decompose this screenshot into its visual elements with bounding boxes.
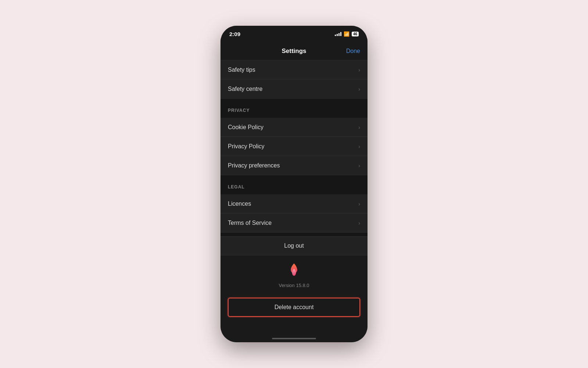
signal-icon	[335, 32, 341, 36]
safety-tips-item[interactable]: Safety tips ›	[220, 60, 368, 79]
legal-header-text: LEGAL	[228, 184, 245, 190]
privacy-preferences-label: Privacy preferences	[228, 162, 280, 169]
spacer-3	[220, 233, 368, 236]
page-title: Settings	[282, 47, 306, 55]
settings-content: Safety tips › Safety centre › PRIVACY Co…	[220, 60, 368, 342]
licences-item[interactable]: Licences ›	[220, 194, 368, 213]
battery-indicator: 46	[352, 32, 359, 36]
spacer-1	[220, 99, 368, 102]
version-text: Version 15.8.0	[279, 283, 309, 288]
status-time: 2:09	[229, 31, 240, 37]
done-button[interactable]: Done	[346, 48, 360, 54]
legal-section-header: LEGAL	[220, 179, 368, 194]
chevron-right-icon: ›	[358, 86, 360, 92]
licences-label: Licences	[228, 201, 251, 207]
tinder-flame-icon	[287, 263, 301, 279]
privacy-section-header: PRIVACY	[220, 102, 368, 118]
chevron-right-icon: ›	[358, 144, 360, 149]
chevron-right-icon: ›	[358, 163, 360, 169]
spacer-2	[220, 175, 368, 179]
terms-of-service-label: Terms of Service	[228, 220, 272, 226]
terms-of-service-item[interactable]: Terms of Service ›	[220, 213, 368, 233]
privacy-policy-item[interactable]: Privacy Policy ›	[220, 137, 368, 156]
logout-label: Log out	[284, 243, 304, 249]
chevron-right-icon: ›	[358, 220, 360, 226]
delete-account-button[interactable]: Delete account	[228, 298, 360, 317]
privacy-preferences-item[interactable]: Privacy preferences ›	[220, 156, 368, 175]
logout-button[interactable]: Log out	[220, 236, 368, 255]
safety-centre-item[interactable]: Safety centre ›	[220, 79, 368, 99]
safety-tips-label: Safety tips	[228, 67, 255, 73]
privacy-policy-label: Privacy Policy	[228, 143, 265, 150]
wifi-icon: 📶	[344, 31, 349, 37]
phone-frame: 2:09 📶 46 Settings Done Safety tips › Sa…	[220, 26, 368, 342]
safety-centre-label: Safety centre	[228, 86, 262, 92]
footer-section: Version 15.8.0	[220, 255, 368, 294]
status-icons: 📶 46	[335, 31, 359, 37]
home-indicator	[272, 338, 316, 339]
status-bar: 2:09 📶 46	[220, 26, 368, 42]
nav-bar: Settings Done	[220, 42, 368, 60]
chevron-right-icon: ›	[358, 201, 360, 207]
cookie-policy-label: Cookie Policy	[228, 124, 263, 131]
cookie-policy-item[interactable]: Cookie Policy ›	[220, 118, 368, 137]
privacy-header-text: PRIVACY	[228, 108, 250, 113]
chevron-right-icon: ›	[358, 67, 360, 73]
chevron-right-icon: ›	[358, 124, 360, 130]
delete-account-wrapper: Delete account	[220, 294, 368, 323]
